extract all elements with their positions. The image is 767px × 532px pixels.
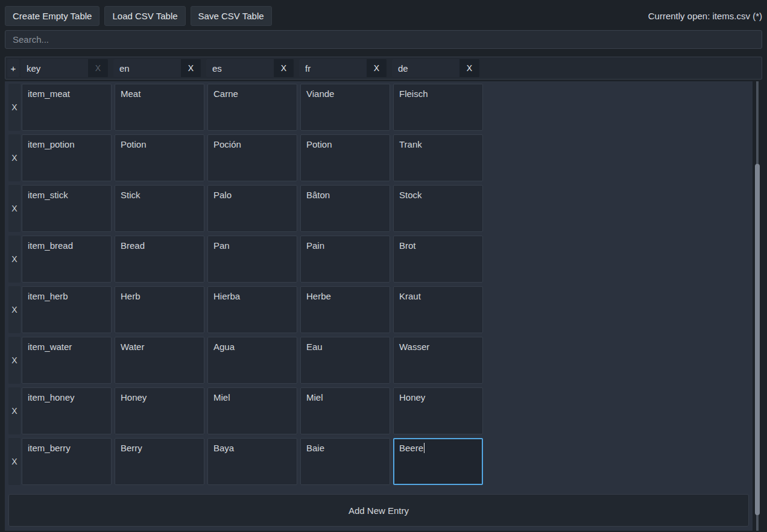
delete-row-button[interactable]: X	[8, 185, 21, 232]
cell-en[interactable]: Water	[115, 337, 204, 384]
cell-text: Honey	[399, 392, 425, 402]
cell-text: Eau	[306, 342, 323, 352]
cell-key[interactable]: item_honey	[22, 387, 112, 434]
add-column-button[interactable]: +	[7, 59, 19, 77]
cell-text: Viande	[306, 89, 334, 99]
delete-row-button[interactable]: X	[8, 438, 21, 485]
cell-key[interactable]: item_herb	[22, 286, 112, 333]
cell-text: Fleisch	[399, 89, 428, 99]
add-new-entry-button[interactable]: Add New Entry	[8, 494, 749, 527]
cell-text: item_herb	[28, 291, 68, 301]
cell-text: Miel	[306, 392, 323, 402]
cell-key[interactable]: item_potion	[22, 134, 112, 181]
cell-de[interactable]: Brot	[393, 236, 483, 283]
toolbar: Create Empty Table Load CSV Table Save C…	[5, 6, 762, 26]
cell-key[interactable]: item_stick	[22, 185, 112, 232]
cell-text: item_meat	[28, 89, 70, 99]
remove-column-button-fr[interactable]: X	[367, 59, 387, 77]
cell-es[interactable]: Pan	[207, 236, 297, 283]
remove-column-button-de[interactable]: X	[459, 59, 479, 77]
column-name-input-es[interactable]	[206, 59, 274, 77]
cell-text: Wasser	[399, 342, 429, 352]
cell-text: Bâton	[306, 190, 330, 200]
cell-de[interactable]: Wasser	[393, 337, 483, 384]
cell-key[interactable]: item_water	[22, 337, 112, 384]
cell-fr[interactable]: Bâton	[300, 185, 390, 232]
remove-column-button-en[interactable]: X	[181, 59, 201, 77]
cell-de[interactable]: Honey	[393, 387, 483, 434]
delete-row-button[interactable]: X	[8, 387, 21, 434]
cell-key[interactable]: item_berry	[22, 438, 112, 485]
delete-row-button[interactable]: X	[8, 236, 21, 283]
cell-text: Bread	[121, 240, 145, 251]
cell-de[interactable]: Beere	[393, 438, 483, 485]
create-empty-table-button[interactable]: Create Empty Table	[5, 6, 99, 26]
cell-text: Palo	[213, 190, 232, 200]
remove-column-button-es[interactable]: X	[274, 59, 294, 77]
delete-row-button[interactable]: X	[8, 337, 21, 384]
save-csv-table-button[interactable]: Save CSV Table	[191, 6, 272, 26]
cell-key[interactable]: item_meat	[22, 84, 112, 131]
remove-column-button-key: X	[88, 59, 108, 77]
table-row: Xitem_meatMeatCarneViandeFleisch	[8, 84, 753, 131]
cell-es[interactable]: Poción	[207, 134, 297, 181]
cell-en[interactable]: Berry	[115, 438, 204, 485]
column-name-input-key[interactable]	[21, 59, 88, 77]
delete-row-button[interactable]: X	[8, 84, 21, 131]
cell-text: Meat	[121, 89, 140, 99]
cell-en[interactable]: Herb	[115, 286, 204, 333]
cell-text: Pain	[306, 240, 324, 251]
cell-de[interactable]: Stock	[393, 185, 483, 232]
cell-es[interactable]: Carne	[207, 84, 297, 131]
table-row: Xitem_stickStickPaloBâtonStock	[8, 185, 753, 232]
cell-de[interactable]: Trank	[393, 134, 483, 181]
cell-text: Potion	[306, 139, 332, 149]
cell-en[interactable]: Bread	[115, 236, 204, 283]
cell-text: Baie	[306, 443, 324, 453]
table-row: Xitem_herbHerbHierbaHerbeKraut	[8, 286, 753, 333]
cell-en[interactable]: Stick	[115, 185, 204, 232]
cell-text: Kraut	[399, 291, 421, 301]
cell-de[interactable]: Fleisch	[393, 84, 483, 131]
cell-es[interactable]: Agua	[207, 337, 297, 384]
cell-text: Brot	[399, 240, 416, 251]
cell-text: Trank	[399, 139, 422, 149]
cell-key[interactable]: item_bread	[22, 236, 112, 283]
cell-fr[interactable]: Herbe	[300, 286, 390, 333]
table-row: Xitem_potionPotionPociónPotionTrank	[8, 134, 753, 181]
cell-fr[interactable]: Pain	[300, 236, 390, 283]
cell-en[interactable]: Honey	[115, 387, 204, 434]
table-row: Xitem_waterWaterAguaEauWasser	[8, 337, 753, 384]
cell-es[interactable]: Baya	[207, 438, 297, 485]
cell-fr[interactable]: Potion	[300, 134, 390, 181]
column-name-input-en[interactable]	[113, 59, 181, 77]
delete-row-button[interactable]: X	[8, 286, 21, 333]
cell-text: Miel	[213, 392, 230, 402]
scrollbar-thumb[interactable]	[755, 164, 760, 515]
cell-es[interactable]: Hierba	[207, 286, 297, 333]
delete-row-button[interactable]: X	[8, 134, 21, 181]
table-row: Xitem_breadBreadPanPainBrot	[8, 236, 753, 283]
column-header-en: X	[113, 59, 201, 77]
load-csv-table-button[interactable]: Load CSV Table	[104, 6, 185, 26]
column-headers: XXXXX	[21, 59, 479, 77]
column-name-input-fr[interactable]	[299, 59, 367, 77]
cell-fr[interactable]: Eau	[300, 337, 390, 384]
cell-fr[interactable]: Viande	[300, 84, 390, 131]
cell-en[interactable]: Potion	[115, 134, 204, 181]
cell-es[interactable]: Palo	[207, 185, 297, 232]
cell-en[interactable]: Meat	[115, 84, 204, 131]
cell-text: item_stick	[28, 190, 68, 200]
vertical-scrollbar[interactable]	[755, 81, 760, 531]
search-input[interactable]	[5, 30, 762, 49]
cell-fr[interactable]: Baie	[300, 438, 390, 485]
column-name-input-de[interactable]	[392, 59, 459, 77]
table-rows: Xitem_meatMeatCarneViandeFleischXitem_po…	[5, 81, 753, 485]
text-caret	[424, 443, 425, 453]
cell-es[interactable]: Miel	[207, 387, 297, 434]
cell-text: item_bread	[28, 240, 73, 251]
cell-de[interactable]: Kraut	[393, 286, 483, 333]
column-header-key: X	[21, 59, 108, 77]
cell-fr[interactable]: Miel	[300, 387, 390, 434]
cell-text: Baya	[213, 443, 234, 453]
